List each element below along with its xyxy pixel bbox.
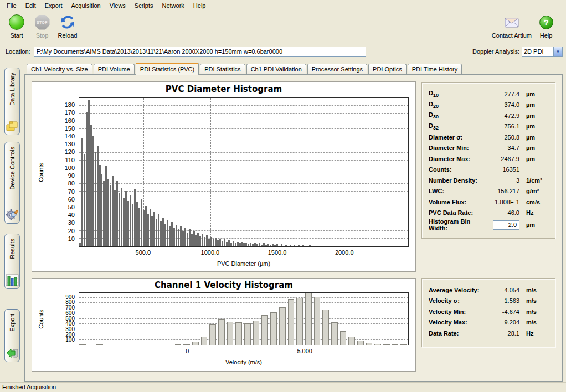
histogram-bar bbox=[311, 246, 313, 246]
tick-label: 30 bbox=[48, 220, 75, 226]
start-button-label: Start bbox=[10, 32, 23, 39]
location-input[interactable]: F:\My Documents\AIMS Data\2013\2013\11\2… bbox=[34, 47, 366, 57]
stat-label: Diameter Min: bbox=[429, 145, 488, 151]
menu-item-network[interactable]: Network bbox=[157, 1, 188, 11]
tab-processor-settings[interactable]: Processor Settings bbox=[307, 64, 367, 74]
tick-label: 150 bbox=[48, 126, 75, 132]
sidebar-item-data-library[interactable]: Data Library bbox=[4, 68, 20, 135]
tick-label: 80 bbox=[48, 180, 75, 187]
tab-ch1-pdi-validation[interactable]: Ch1 PDI Validation bbox=[246, 64, 306, 74]
stat-value: 756.1 bbox=[488, 123, 523, 130]
histogram-bin-width-input[interactable] bbox=[493, 220, 519, 230]
sidebar-item-device-controls[interactable]: Device Controls bbox=[4, 142, 20, 224]
velocity-stats-panel: Average Velocity:4.054m/sVelocity σ:1.56… bbox=[421, 278, 555, 347]
histogram-bar bbox=[167, 220, 168, 246]
stat-value: 1.808E-1 bbox=[488, 199, 523, 205]
histogram-bar bbox=[263, 243, 265, 246]
tab-pdi-time-history[interactable]: PDI Time History bbox=[408, 64, 462, 74]
stat-unit: m/s bbox=[523, 308, 548, 315]
stat-value: 250.8 bbox=[488, 134, 523, 141]
histogram-bar bbox=[298, 245, 300, 246]
histogram-bars bbox=[79, 293, 408, 345]
stat-row: Number Density:31/cm³ bbox=[429, 175, 548, 186]
histogram-bar bbox=[287, 246, 289, 246]
chevron-down-icon[interactable]: ▼ bbox=[553, 47, 562, 56]
stat-row: D32756.1µm bbox=[429, 121, 548, 132]
stat-row: Average Velocity:4.054m/s bbox=[429, 285, 548, 296]
start-button[interactable]: Start bbox=[6, 13, 28, 39]
histogram-bar bbox=[101, 174, 103, 246]
chart-title: Channel 1 Velocity Histogram bbox=[32, 280, 415, 290]
help-button[interactable]: ? Help bbox=[535, 13, 557, 39]
sidebar-item-results[interactable]: Results bbox=[4, 234, 20, 289]
doppler-analysis-select[interactable]: 2D PDI ▼ bbox=[522, 47, 563, 57]
stat-unit: µm bbox=[523, 91, 548, 97]
bar-chart-icon bbox=[6, 274, 19, 286]
histogram-bar bbox=[169, 226, 171, 246]
status-bar: Finished Acquisition bbox=[0, 382, 566, 392]
histogram-bar bbox=[125, 191, 127, 246]
histogram-bar bbox=[228, 240, 230, 246]
menu-item-views[interactable]: Views bbox=[105, 1, 130, 11]
menu-item-edit[interactable]: Edit bbox=[21, 1, 40, 11]
histogram-bar bbox=[222, 241, 223, 246]
sidebar-item-label: Data Library bbox=[9, 73, 16, 106]
tab-pdi-optics[interactable]: PDI Optics bbox=[368, 64, 407, 74]
histogram-bar bbox=[88, 100, 90, 246]
histogram-bar bbox=[307, 246, 308, 246]
main-content: Ch1 Velocity vs. SizePDI VolumePDI Stati… bbox=[24, 62, 563, 382]
y-axis-label: Counts bbox=[35, 292, 47, 345]
histogram-bar bbox=[259, 243, 260, 246]
tab-pdi-statistics[interactable]: PDI Statistics bbox=[200, 64, 245, 74]
histogram-bar bbox=[256, 244, 258, 246]
histogram-bar bbox=[270, 312, 277, 345]
histogram-bar bbox=[209, 324, 216, 345]
stat-value: 1.563 bbox=[488, 297, 523, 304]
reload-button[interactable]: Reload bbox=[56, 13, 79, 39]
contact-artium-button[interactable]: Contact Artium bbox=[492, 13, 532, 39]
tab-ch1-velocity-vs-size[interactable]: Ch1 Velocity vs. Size bbox=[27, 64, 92, 74]
stat-value: 4.054 bbox=[488, 287, 523, 293]
tab-pdi-volume[interactable]: PDI Volume bbox=[94, 64, 135, 74]
tick-label: 100 bbox=[48, 337, 75, 343]
histogram-bar bbox=[261, 245, 263, 246]
stat-label: D20 bbox=[429, 101, 488, 109]
histogram-bar bbox=[253, 321, 260, 345]
doppler-analysis-label: Doppler Analysis: bbox=[472, 48, 519, 55]
histogram-bar bbox=[248, 244, 249, 246]
histogram-bar bbox=[233, 241, 234, 246]
histogram-bar bbox=[127, 201, 129, 246]
histogram-bar bbox=[368, 246, 370, 246]
histogram-bar bbox=[383, 344, 390, 345]
tick-label: 5.000 bbox=[297, 348, 312, 354]
menubar: FileEditExportAcquisitionViewsScriptsNet… bbox=[0, 0, 566, 11]
stop-button: STOP Stop bbox=[31, 13, 53, 39]
pvc-histogram-plot bbox=[79, 97, 409, 247]
pvc-histogram-chart: PVC Diameter Histogram Counts 1020304050… bbox=[32, 81, 416, 272]
contact-artium-label: Contact Artium bbox=[492, 32, 532, 39]
histogram-bar bbox=[92, 136, 94, 246]
stat-row: D20374.0µm bbox=[429, 100, 548, 111]
menu-item-acquisition[interactable]: Acquisition bbox=[67, 1, 105, 11]
histogram-bar bbox=[318, 246, 320, 246]
histogram-bin-width-row: Histogram Bin Width: µm bbox=[429, 218, 548, 229]
sidebar-item-export[interactable]: Export bbox=[4, 309, 20, 362]
tick-label: 100 bbox=[48, 165, 75, 171]
stat-unit: cm/s bbox=[523, 199, 548, 205]
menu-item-export[interactable]: Export bbox=[40, 1, 67, 11]
location-label: Location: bbox=[6, 48, 30, 55]
stat-value: 9.204 bbox=[488, 319, 523, 326]
histogram-bar bbox=[331, 322, 338, 345]
histogram-bar bbox=[366, 343, 373, 345]
menu-item-scripts[interactable]: Scripts bbox=[130, 1, 158, 11]
menu-item-file[interactable]: File bbox=[2, 1, 21, 11]
tab-pdi-statistics-pvc[interactable]: PDI Statistics (PVC) bbox=[136, 63, 199, 75]
histogram-bar bbox=[279, 246, 280, 246]
stat-value: 374.0 bbox=[488, 101, 523, 108]
histogram-bar bbox=[357, 341, 364, 345]
stat-value: 156.217 bbox=[488, 188, 523, 194]
menu-item-help[interactable]: Help bbox=[189, 1, 210, 11]
stat-unit: µm bbox=[523, 221, 548, 228]
histogram-bar bbox=[364, 246, 366, 246]
histogram-bar bbox=[182, 231, 184, 246]
